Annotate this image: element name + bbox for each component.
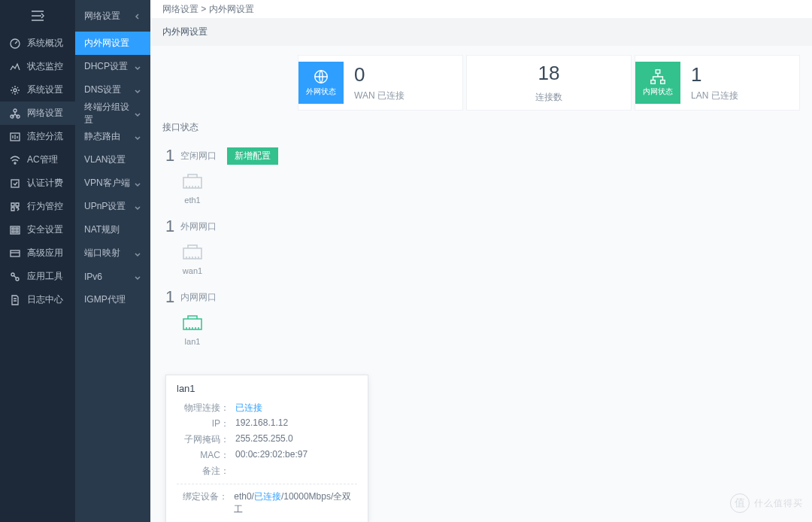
tools-icon: [9, 271, 21, 283]
sidebar2-label: 静态路由: [84, 130, 120, 143]
auth-icon: [9, 178, 21, 190]
gear-icon: [9, 84, 21, 96]
sidebar2-item-4[interactable]: 静态路由: [75, 125, 150, 148]
log-icon: [9, 294, 21, 306]
port-label: wan1: [183, 266, 202, 275]
sidebar2-header[interactable]: 网络设置: [75, 0, 150, 32]
watermark-badge-icon: 值: [730, 493, 750, 513]
page-title: 内外网设置: [150, 18, 812, 46]
stat-wan-value: 0: [354, 63, 404, 86]
sidebar1-item-0[interactable]: 系统概况: [0, 32, 75, 55]
sidebar1-label: AC管理: [27, 153, 58, 166]
sidebar1-item-8[interactable]: 安全设置: [0, 218, 75, 241]
sidebar2-label: 内外网设置: [84, 37, 129, 50]
port-label: lan1: [185, 337, 201, 346]
ethernet-port-icon: [179, 313, 206, 334]
sidebar2-item-5[interactable]: VLAN设置: [75, 148, 150, 171]
sidebar2-label: DHCP设置: [84, 60, 128, 73]
sidebar2-label: IPv6: [84, 272, 102, 282]
sidebar2-item-11[interactable]: IGMP代理: [75, 288, 150, 311]
tooltip-row: 物理连接：已连接: [177, 400, 357, 416]
crumb-current: 内外网设置: [209, 4, 254, 14]
sidebar2-item-3[interactable]: 终端分组设置: [75, 102, 150, 125]
ethernet-port-icon: [179, 242, 206, 263]
sidebar2-item-6[interactable]: VPN客户端: [75, 171, 150, 195]
sidebar2-label: 端口映射: [84, 247, 120, 259]
sidebar1-label: 高级应用: [27, 247, 63, 259]
svg-rect-12: [16, 231, 18, 232]
port-wan1[interactable]: wan1: [170, 242, 215, 275]
watermark: 值 什么值得买: [730, 493, 803, 513]
port-count: 1: [165, 287, 174, 307]
flow-icon: [9, 131, 21, 143]
sidebar1-item-9[interactable]: 高级应用: [0, 241, 75, 265]
sidebar1-item-3[interactable]: 网络设置: [0, 102, 75, 125]
tooltip-row: IP：192.168.1.12: [177, 416, 357, 432]
port-group-1: 1外网网口wan1: [150, 212, 812, 283]
stat-wan-label: WAN 已连接: [354, 90, 404, 102]
svg-point-6: [14, 162, 16, 164]
breadcrumb: 网络设置 > 内外网设置: [150, 0, 812, 18]
app-icon: [9, 247, 21, 259]
sidebar1-label: 日志中心: [27, 293, 63, 306]
sidebar1-item-11[interactable]: 日志中心: [0, 288, 75, 311]
sidebar2-title: 网络设置: [84, 10, 120, 23]
sidebar1-item-2[interactable]: 系统设置: [0, 78, 75, 102]
menu-toggle-button[interactable]: [0, 0, 75, 32]
new-config-button[interactable]: 新增配置: [227, 147, 278, 165]
sidebar2-label: IGMP代理: [84, 293, 126, 306]
sidebar1-item-7[interactable]: 行为管控: [0, 195, 75, 218]
tooltip-title: lan1: [177, 383, 357, 394]
sidebar1-label: 网络设置: [27, 107, 63, 120]
port-group-title: 空闲网口: [180, 150, 217, 162]
sidebar2-item-7[interactable]: UPnP设置: [75, 195, 150, 218]
svg-rect-11: [12, 231, 14, 232]
tooltip-row: 子网掩码：255.255.255.0: [177, 432, 357, 448]
port-group-0: 1空闲网口新增配置eth1: [150, 141, 812, 212]
primary-sidebar: 系统概况状态监控系统设置网络设置流控分流AC管理认证计费行为管控安全设置高级应用…: [0, 0, 75, 522]
sidebar2-item-1[interactable]: DHCP设置: [75, 55, 150, 78]
port-group-title: 外网网口: [180, 220, 217, 233]
monitor-icon: [9, 61, 21, 73]
sidebar1-item-6[interactable]: 认证计费: [0, 171, 75, 195]
port-label: eth1: [184, 196, 200, 205]
sidebar2-item-10[interactable]: IPv6: [75, 265, 150, 288]
security-icon: [9, 224, 21, 236]
svg-rect-10: [16, 228, 18, 229]
svg-rect-19: [661, 80, 665, 84]
svg-rect-13: [11, 250, 20, 256]
crumb-parent[interactable]: 网络设置: [162, 4, 198, 14]
sidebar2-label: NAT规则: [84, 223, 120, 236]
sidebar1-item-5[interactable]: AC管理: [0, 148, 75, 171]
svg-rect-17: [656, 70, 660, 74]
port-eth1[interactable]: eth1: [170, 171, 215, 205]
sidebar2-label: UPnP设置: [84, 200, 126, 213]
sidebar2-item-8[interactable]: NAT规则: [75, 218, 150, 241]
stat-card-connections[interactable]: 18 连接数: [466, 55, 632, 111]
sidebar2-label: 终端分组设置: [84, 101, 134, 126]
stat-card-wan[interactable]: 外网状态 0 WAN 已连接: [298, 55, 463, 111]
tooltip-row: MAC：00:0c:29:02:be:97: [177, 448, 357, 463]
svg-rect-7: [11, 180, 19, 187]
sidebar2-item-0[interactable]: 内外网设置: [75, 32, 150, 55]
stat-card-lan[interactable]: 内网状态 1 LAN 已连接: [635, 55, 800, 111]
sidebar1-label: 系统概况: [27, 37, 63, 50]
port-tooltip: lan1 物理连接：已连接IP：192.168.1.12子网掩码：255.255…: [165, 375, 368, 522]
svg-point-1: [14, 89, 17, 92]
svg-rect-18: [651, 80, 656, 84]
port-group-2: 1内网网口lan1: [150, 283, 812, 354]
sidebar1-item-10[interactable]: 应用工具: [0, 265, 75, 288]
svg-point-2: [14, 109, 17, 112]
tooltip-row: 备注：: [177, 463, 357, 479]
port-count: 1: [165, 146, 174, 165]
sidebar2-item-9[interactable]: 端口映射: [75, 241, 150, 265]
port-lan1[interactable]: lan1: [170, 313, 215, 346]
secondary-sidebar: 网络设置 内外网设置DHCP设置DNS设置终端分组设置静态路由VLAN设置VPN…: [75, 0, 150, 522]
sidebar2-item-2[interactable]: DNS设置: [75, 78, 150, 102]
behavior-icon: [9, 201, 21, 213]
sidebar1-label: 系统设置: [27, 83, 63, 96]
sidebar1-item-4[interactable]: 流控分流: [0, 125, 75, 148]
sidebar1-item-1[interactable]: 状态监控: [0, 55, 75, 78]
ethernet-port-icon: [179, 171, 206, 193]
stat-conn-value: 18: [538, 62, 560, 85]
